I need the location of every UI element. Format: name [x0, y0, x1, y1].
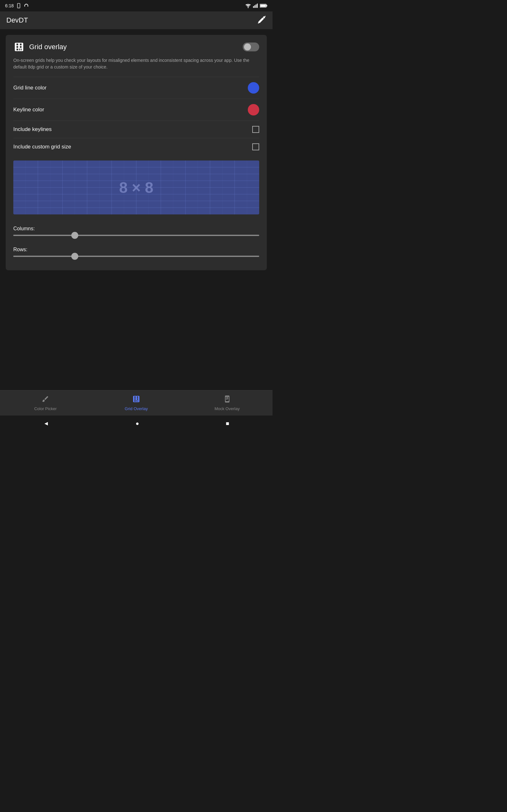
- rows-slider-track[interactable]: [13, 256, 259, 257]
- nav-label-grid-overlay: Grid Overlay: [125, 406, 148, 411]
- columns-slider-fill: [13, 235, 75, 236]
- headset-icon: [24, 3, 29, 8]
- rows-slider-thumb[interactable]: [71, 253, 78, 260]
- rows-slider-fill: [13, 256, 75, 257]
- card-title: Grid overlay: [29, 43, 67, 51]
- grid-preview-inner: 8 × 8: [13, 160, 259, 214]
- back-button[interactable]: ◄: [43, 420, 49, 427]
- settings-button[interactable]: [257, 15, 266, 26]
- app-bar: DevDT: [0, 11, 273, 29]
- grid-line-color-row: Grid line color: [13, 77, 259, 99]
- toggle-thumb: [244, 44, 251, 50]
- card-description: On-screen grids help you check your layo…: [13, 57, 259, 70]
- include-keylines-checkbox[interactable]: [252, 126, 259, 133]
- keyline-color-row: Keyline color: [13, 99, 259, 120]
- columns-slider-track[interactable]: [13, 235, 259, 236]
- columns-label: Columns:: [13, 226, 259, 232]
- mock-overlay-icon: [223, 395, 231, 405]
- time-display: 6:18: [5, 3, 14, 8]
- settings-icon: [257, 15, 266, 24]
- keyline-color-picker[interactable]: [248, 104, 259, 115]
- svg-rect-8: [267, 5, 268, 6]
- svg-point-2: [248, 8, 248, 8]
- rows-slider-container: [13, 256, 259, 257]
- home-button[interactable]: ●: [135, 420, 139, 427]
- signal-icon: [253, 3, 258, 8]
- include-custom-grid-checkbox[interactable]: [252, 143, 259, 150]
- phone-icon: [16, 3, 21, 8]
- svg-line-10: [258, 16, 265, 23]
- status-bar: 6:18: [0, 0, 273, 11]
- svg-rect-6: [257, 3, 258, 8]
- wifi-icon: [245, 3, 251, 8]
- recents-button[interactable]: ■: [226, 420, 229, 427]
- grid-overlay-icon: [13, 41, 25, 53]
- grid-preview: 8 × 8: [13, 160, 259, 214]
- columns-slider-container: [13, 235, 259, 236]
- grid-lines-svg: [13, 160, 259, 214]
- columns-slider-row: Columns:: [13, 222, 259, 240]
- card-title-row: Grid overlay: [13, 41, 67, 53]
- svg-rect-5: [256, 4, 257, 8]
- card-header: Grid overlay: [13, 41, 259, 53]
- grid-line-color-label: Grid line color: [13, 85, 47, 91]
- include-keylines-row: Include keylines: [13, 120, 259, 138]
- keyline-color-label: Keyline color: [13, 107, 44, 113]
- rows-label: Rows:: [13, 247, 259, 252]
- include-keylines-label: Include keylines: [13, 126, 52, 133]
- bottom-nav: Color Picker Grid Overlay Mock Overlay: [0, 390, 273, 415]
- color-picker-icon: [42, 395, 49, 405]
- app-title: DevDT: [6, 16, 28, 24]
- system-nav: ◄ ● ■: [0, 415, 273, 432]
- rows-slider-row: Rows:: [13, 243, 259, 261]
- grid-overlay-nav-icon: [132, 395, 140, 405]
- nav-label-color-picker: Color Picker: [34, 406, 57, 411]
- include-custom-grid-row: Include custom grid size: [13, 138, 259, 155]
- grid-overlay-toggle[interactable]: [243, 43, 259, 51]
- battery-icon: [260, 3, 268, 8]
- status-time: 6:18: [5, 3, 29, 8]
- status-icons: [245, 3, 268, 8]
- nav-label-mock-overlay: Mock Overlay: [215, 406, 239, 411]
- main-content: Grid overlay On-screen grids help you ch…: [0, 29, 273, 390]
- svg-point-1: [19, 7, 19, 7]
- svg-rect-4: [255, 5, 256, 8]
- nav-item-mock-overlay[interactable]: Mock Overlay: [181, 395, 273, 411]
- nav-item-grid-overlay[interactable]: Grid Overlay: [91, 395, 182, 411]
- nav-item-color-picker[interactable]: Color Picker: [0, 395, 91, 411]
- include-custom-grid-label: Include custom grid size: [13, 144, 71, 150]
- grid-overlay-card: Grid overlay On-screen grids help you ch…: [6, 35, 267, 270]
- columns-slider-thumb[interactable]: [71, 232, 78, 239]
- svg-rect-3: [253, 6, 254, 8]
- svg-rect-9: [260, 4, 266, 7]
- grid-line-color-picker[interactable]: [248, 82, 259, 94]
